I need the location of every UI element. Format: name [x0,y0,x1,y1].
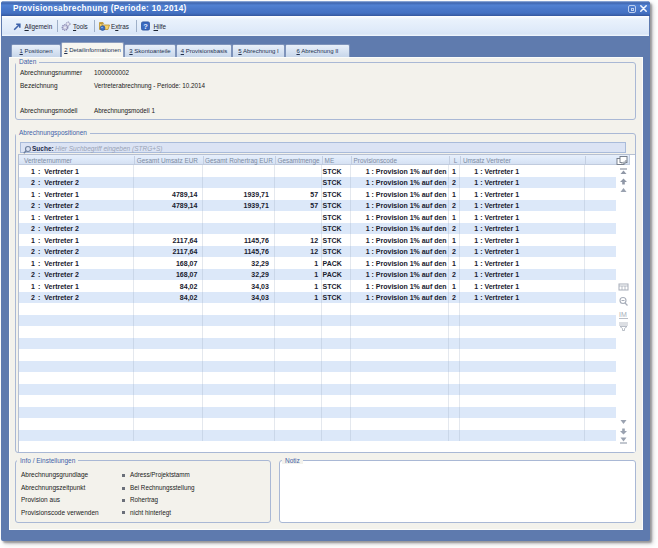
svg-text:IM: IM [619,311,627,318]
svg-text:?: ? [143,21,148,30]
